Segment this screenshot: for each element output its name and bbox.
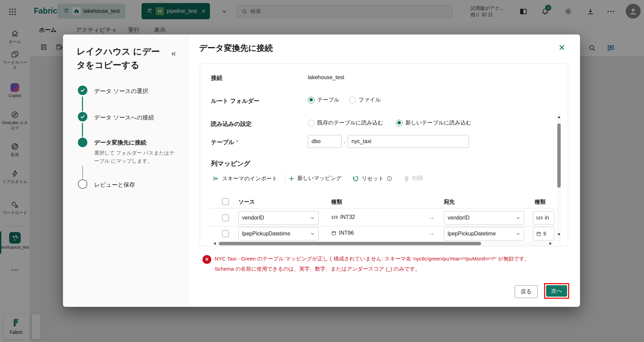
header-separator <box>210 208 554 208</box>
column-mapping-title: 列マッピング <box>211 159 250 168</box>
table-label: テーブル * <box>211 138 238 146</box>
connection-label: 接続 <box>211 74 222 82</box>
radio-unselected-icon[interactable] <box>308 120 315 127</box>
row-checkbox[interactable] <box>222 230 229 237</box>
dialog-close-icon[interactable]: × <box>559 41 565 53</box>
source-column-dropdown[interactable]: lpepPickupDatetime <box>238 227 319 241</box>
root-folder-option-tables-label: テーブル <box>317 96 339 104</box>
horizontal-scrollbar[interactable] <box>213 241 552 246</box>
scroll-right-arrow[interactable] <box>550 242 552 245</box>
radio-selected-icon[interactable] <box>308 97 315 104</box>
error-line2: Schema の名前に使用できるのは、英字、数字、またはアンダースコア (_) … <box>215 264 553 274</box>
error-message: NYC Taxi - Green のテーブル マッピングが正しく構成されていませ… <box>215 254 553 274</box>
vertical-scroll-thumb[interactable] <box>557 123 561 188</box>
step3-description: 選択して フォルダー パスまたはテーブル にマップします。 <box>94 149 179 165</box>
required-asterisk: * <box>236 139 238 145</box>
root-folder-option-files-label: ファイル <box>359 96 381 104</box>
source-column-dropdown[interactable]: vendorID <box>238 211 319 225</box>
back-button[interactable]: 戻る <box>515 285 538 298</box>
numeric-type-icon: 123 <box>331 215 338 219</box>
new-mapping-button[interactable]: 新しいマッピング <box>288 175 342 182</box>
col-source: ソース <box>238 199 255 206</box>
plus-icon <box>288 175 295 182</box>
row-separator <box>210 226 554 226</box>
load-new-table-option[interactable]: 新しいテーブルに読み込む <box>396 119 471 127</box>
step2-check-icon[interactable] <box>78 112 87 121</box>
dialog-main: データ変換先に接続 × 接続 lakehouse_test ルート フォルダー … <box>189 35 580 307</box>
wizard-title: レイクハウス にデータをコピーする <box>77 45 165 72</box>
collapse-panel-icon[interactable]: « <box>171 49 176 58</box>
schema-table-separator: . <box>344 138 345 144</box>
root-folder-option-tables[interactable]: テーブル <box>308 96 339 104</box>
step-connector <box>82 123 83 137</box>
screen: Fabric 1 lakehouse_test 1 <box>0 0 644 342</box>
wizard-steps-panel: レイクハウス にデータをコピーする « データ ソースの選択 データ ソースへの… <box>63 35 189 307</box>
step4-circle-icon[interactable] <box>78 179 87 189</box>
destination-column-dropdown[interactable]: vendorID <box>444 211 524 225</box>
horizontal-scroll-thumb[interactable] <box>219 242 481 245</box>
radio-selected-icon[interactable] <box>396 120 403 127</box>
reset-icon <box>352 175 359 182</box>
root-folder-option-files[interactable]: ファイル <box>349 96 381 104</box>
step1-label[interactable]: データ ソースの選択 <box>94 87 148 95</box>
source-type-cell: 123 INT32 <box>331 214 355 220</box>
table-name-input[interactable] <box>348 135 469 148</box>
load-settings-label: 読み込みの設定 <box>211 120 252 128</box>
dialog-title: データ変換先に接続 <box>199 43 273 53</box>
reset-button[interactable]: リセット <box>352 175 392 182</box>
calendar-type-icon <box>331 230 337 236</box>
chevron-down-icon <box>516 215 520 220</box>
destination-type-dropdown-partial[interactable]: ti <box>533 227 554 241</box>
error-icon: × <box>202 255 211 264</box>
chevron-down-icon <box>516 231 520 236</box>
step3-current-icon[interactable] <box>78 138 87 147</box>
chevron-down-icon <box>310 231 315 236</box>
destination-settings-card: 接続 lakehouse_test ルート フォルダー テーブル ファイル 読み… <box>200 64 568 246</box>
mapping-arrow-icon: → <box>428 213 435 222</box>
step3-label[interactable]: データ変換先に接続 <box>94 139 146 146</box>
toolbar-divider <box>285 174 285 183</box>
calendar-type-icon <box>536 231 541 236</box>
trash-icon <box>403 175 410 182</box>
step-connector <box>82 166 83 179</box>
mapping-arrow-icon: → <box>428 229 435 237</box>
connection-value: lakehouse_test <box>308 74 344 81</box>
col-destination-type: 種類 <box>535 199 545 206</box>
step1-check-icon[interactable] <box>78 86 87 95</box>
error-line1: NYC Taxi - Green のテーブル マッピングが正しく構成されていませ… <box>215 254 553 264</box>
load-new-table-label: 新しいテーブルに読み込む <box>405 119 471 127</box>
load-existing-table-label: 既存のテーブルに読み込む <box>317 119 383 127</box>
delete-button[interactable]: 削除 <box>403 175 423 182</box>
select-all-checkbox[interactable] <box>222 198 229 205</box>
radio-unselected-icon[interactable] <box>349 97 356 104</box>
import-schemas-button[interactable]: スキーマのインポート <box>212 175 277 182</box>
import-arrow-icon <box>212 175 220 182</box>
col-source-type: 種類 <box>331 199 342 206</box>
next-button-highlight: 次へ <box>544 283 569 299</box>
chevron-down-icon <box>310 215 315 220</box>
numeric-type-icon: 123 <box>536 216 543 220</box>
next-button[interactable]: 次へ <box>546 285 567 297</box>
row-checkbox[interactable] <box>222 214 229 221</box>
info-icon[interactable] <box>386 176 392 182</box>
step4-label[interactable]: レビューと保存 <box>94 181 135 189</box>
copy-data-wizard-dialog: レイクハウス にデータをコピーする « データ ソースの選択 データ ソースへの… <box>63 35 580 307</box>
source-type-cell: INT96 <box>331 230 354 236</box>
schema-name-input[interactable] <box>308 135 342 148</box>
col-destination: 宛先 <box>444 199 455 206</box>
scroll-left-arrow[interactable] <box>214 242 216 245</box>
root-folder-label: ルート フォルダー <box>211 97 259 105</box>
scroll-up-arrow[interactable] <box>558 116 560 118</box>
destination-column-dropdown[interactable]: lpepPickupDatetime <box>444 227 524 241</box>
vertical-scrollbar[interactable] <box>557 114 561 242</box>
step2-label[interactable]: データ ソースへの接続 <box>94 114 154 121</box>
load-existing-table-option[interactable]: 既存のテーブルに読み込む <box>308 119 383 127</box>
destination-type-dropdown-partial[interactable]: 123 in <box>533 211 554 225</box>
step-connector <box>82 96 83 111</box>
scroll-down-arrow[interactable] <box>558 233 560 235</box>
